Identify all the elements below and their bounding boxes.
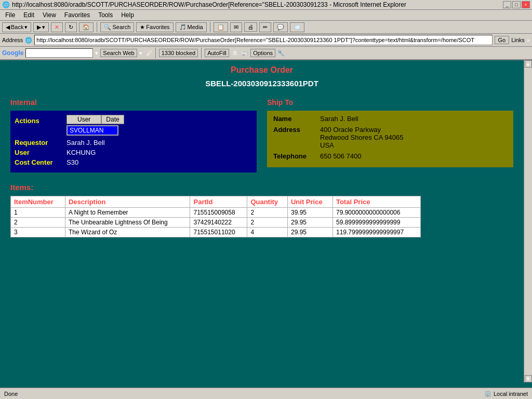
order-id: SBELL-2003030912333601PDT — [10, 79, 513, 88]
user-value: KCHUNG — [66, 149, 96, 156]
highlight-icon[interactable]: 🖊 — [147, 50, 152, 56]
address-line3: USA — [320, 141, 334, 149]
user-header: User — [66, 115, 101, 124]
col-total-price: Total Price — [332, 196, 420, 208]
cell-quantity: 2 — [247, 208, 288, 218]
go-button[interactable]: Go — [495, 36, 510, 44]
history-icon: 📋 — [217, 24, 224, 31]
refresh-button[interactable]: ↻ — [65, 22, 77, 32]
cell-unit_price: 29.95 — [287, 218, 332, 228]
cell-unit_price: 29.95 — [287, 228, 332, 237]
actions-label: Actions — [15, 115, 66, 125]
col-part-id: PartId — [190, 196, 247, 208]
cell-part_id: 715515009058 — [190, 208, 247, 218]
cell-total_price: 59.8999999999999999 — [332, 218, 420, 228]
cell-total_price: 119.7999999999999997 — [332, 228, 420, 237]
stop-icon: ✕ — [55, 24, 59, 31]
ship-to-title: Ship To — [267, 98, 513, 107]
requestor-row: Requestor Sarah J. Bell — [15, 139, 252, 147]
refresh-icon: ↻ — [69, 24, 73, 31]
edit-button[interactable]: ✏ — [259, 22, 271, 32]
stop-button[interactable]: ✕ — [51, 22, 63, 32]
sep1 — [97, 22, 97, 32]
blocked-badge: 1330 blocked — [159, 49, 198, 57]
items-thead: ItemNumber Description PartId Quantity U… — [11, 196, 421, 208]
minimize-button[interactable]: _ — [503, 1, 511, 8]
cell-part_id: 37429140222 — [190, 218, 247, 228]
internal-title: Internal — [10, 98, 257, 107]
menu-file[interactable]: File — [2, 10, 18, 20]
search-label: Search — [112, 24, 130, 30]
close-button[interactable]: × — [522, 1, 530, 8]
maximize-button[interactable]: □ — [512, 1, 521, 8]
cell-quantity: 2 — [247, 218, 288, 228]
ship-to-table: Name Sarah J. Bell Address 400 Oracle Pa… — [267, 111, 513, 167]
address-bar: Address 🌐 Go Links » — [0, 34, 532, 47]
date-header: Date — [101, 115, 124, 124]
window-controls: _ □ × — [503, 1, 530, 8]
menu-edit[interactable]: Edit — [20, 10, 37, 20]
menu-favorites[interactable]: Favorites — [61, 10, 93, 20]
back-button[interactable]: ◀ Back ▾ — [2, 22, 31, 32]
address-label: Address — [2, 37, 23, 43]
menu-view[interactable]: View — [39, 10, 59, 20]
cell-number: 1 — [11, 208, 65, 218]
messenger-icon: 📨 — [294, 24, 301, 31]
history-button[interactable]: 📋 — [214, 22, 228, 32]
page-title: Purchase Order — [10, 65, 513, 75]
sep4 — [201, 48, 202, 58]
links-chevron: » — [527, 37, 530, 43]
scroll-up-button[interactable]: ▲ — [525, 60, 532, 68]
media-label: Media — [188, 24, 203, 30]
messenger-button[interactable]: 📨 — [290, 22, 304, 32]
scrollbar[interactable]: ▲ ▼ — [524, 60, 532, 382]
cell-total_price: 79.9000000000000006 — [332, 208, 420, 218]
forward-icon: ▶ — [37, 24, 41, 31]
col-description: Description — [65, 196, 190, 208]
cell-quantity: 4 — [247, 228, 288, 237]
ship-address-label: Address — [273, 126, 320, 149]
menu-bar: File Edit View Favorites Tools Help — [0, 10, 532, 21]
ship-address-value: 400 Oracle Parkway Redwood Shores CA 940… — [320, 126, 403, 149]
sep2 — [210, 22, 210, 32]
search-web-button[interactable]: Search Web — [100, 49, 137, 57]
autofill-button[interactable]: AutoFill — [205, 49, 229, 57]
forward-dropdown-icon: ▾ — [42, 24, 45, 31]
nav-toolbar: ◀ Back ▾ ▶ ▾ ✕ ↻ 🏠 🔍 Search ★ Favorites … — [0, 21, 532, 34]
search-button[interactable]: 🔍 Search — [100, 22, 134, 32]
scroll-down-button[interactable]: ▼ — [525, 375, 532, 382]
favorites-icon: ★ — [140, 24, 145, 31]
google-search-input[interactable] — [25, 48, 93, 58]
menu-help[interactable]: Help — [118, 10, 137, 20]
links-label[interactable]: Links — [511, 37, 525, 43]
options-button[interactable]: Options — [250, 49, 275, 57]
page-body: Purchase Order SBELL-2003030912333601PDT… — [0, 60, 524, 382]
col-quantity: Quantity — [247, 196, 288, 208]
cell-part_id: 715515011020 — [190, 228, 247, 237]
internal-section: Internal Actions User Date Requ — [10, 98, 257, 172]
google-options-icon: ▾ — [139, 50, 142, 57]
items-header-row: ItemNumber Description PartId Quantity U… — [11, 196, 421, 208]
svollman-input[interactable] — [66, 125, 118, 136]
col-unit-price: Unit Price — [287, 196, 332, 208]
discuss-icon: 💬 — [277, 24, 284, 31]
google-logo: Google — [2, 49, 23, 57]
favorites-button[interactable]: ★ Favorites — [136, 22, 173, 32]
favorites-label: Favorites — [146, 24, 169, 30]
table-row: 2The Unbearable Lightness Of Being374291… — [11, 218, 421, 228]
discuss-button[interactable]: 💬 — [273, 22, 288, 32]
forward-button[interactable]: ▶ ▾ — [33, 22, 49, 32]
mail-button[interactable]: ✉ — [230, 22, 242, 32]
blogger-icon: B — [233, 50, 237, 56]
print-button[interactable]: 🖨 — [244, 22, 257, 32]
menu-tools[interactable]: Tools — [95, 10, 116, 20]
requestor-value: Sarah J. Bell — [66, 139, 105, 147]
user-label: User — [15, 149, 66, 156]
ship-telephone-label: Telephone — [273, 152, 320, 160]
items-table: ItemNumber Description PartId Quantity U… — [10, 196, 421, 237]
media-button[interactable]: 🎵 Media — [176, 22, 207, 32]
google-dropdown-icon[interactable]: ▾ — [95, 50, 98, 57]
home-button[interactable]: 🏠 — [79, 22, 94, 32]
actions-header-row: User Date — [66, 115, 124, 124]
address-input[interactable] — [34, 35, 492, 45]
